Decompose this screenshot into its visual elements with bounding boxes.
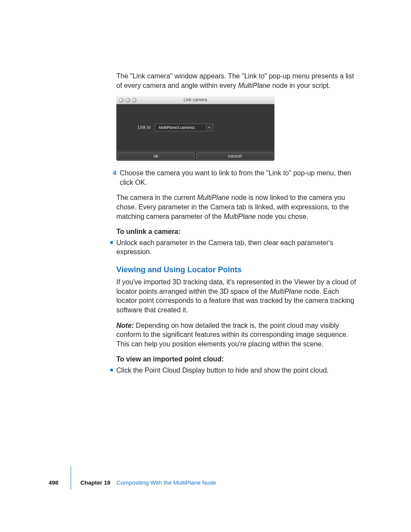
unlink-bullet-text: Unlock each parameter in the Camera tab,…	[116, 238, 358, 257]
page-number: 498	[49, 479, 71, 486]
note-paragraph: Note: Depending on how detailed the trac…	[116, 321, 358, 349]
link-camera-window: Link camera Link to MultiPlane3.camera1 …	[116, 96, 274, 161]
linkto-label: Link to	[138, 124, 150, 131]
step-text: Choose the camera you want to link to fr…	[120, 168, 358, 187]
page: The "Link camera" window appears. The "L…	[0, 0, 411, 532]
unlink-bullet: Unlock each parameter in the Camera tab,…	[116, 238, 358, 257]
step-4: 4 Choose the camera you want to link to …	[116, 168, 358, 187]
bullet-icon	[110, 369, 113, 371]
window-title: Link camera	[116, 97, 274, 103]
after-em2: MultiPlane	[224, 213, 256, 220]
view-pointcloud-bullet: Click the Point Cloud Display button to …	[116, 366, 358, 375]
footer-divider	[71, 467, 71, 490]
window-titlebar: Link camera	[116, 96, 274, 104]
page-footer: 498 Chapter 18 Compositing With the Mult…	[49, 475, 216, 490]
step-number: 4	[108, 168, 120, 187]
bullet-icon	[110, 241, 113, 244]
intro-paragraph: The "Link camera" window appears. The "L…	[116, 72, 358, 90]
cancel-button[interactable]: cancel	[196, 152, 274, 160]
note-label: Note:	[116, 322, 134, 329]
after-step-paragraph: The camera in the current MultiPlane nod…	[116, 193, 358, 221]
after-em1: MultiPlane	[197, 194, 230, 201]
chapter-label: Chapter 18	[81, 479, 117, 486]
content-column: The "Link camera" window appears. The "L…	[116, 72, 358, 380]
view-pointcloud-text: Click the Point Cloud Display button to …	[116, 366, 358, 375]
ok-button[interactable]: ok	[117, 152, 195, 160]
view-pointcloud-heading: To view an imported point cloud:	[116, 355, 358, 364]
dropdown-arrow-icon[interactable]: ▸	[206, 124, 212, 131]
after-c: node you chose.	[256, 213, 308, 220]
linkto-popup[interactable]: MultiPlane3.camera1 ▸	[155, 124, 213, 131]
locator-section-heading: Viewing and Using Locator Points	[116, 264, 358, 275]
intro-text-2: node in your script.	[271, 82, 331, 89]
locator-paragraph: If you've imported 3D tracking data, it'…	[116, 277, 358, 314]
linkto-popup-value: MultiPlane3.camera1	[155, 125, 206, 130]
chapter-title: Compositing With the MultiPlane Node	[116, 479, 216, 486]
locator-em: MultiPlane	[270, 288, 302, 295]
after-a: The camera in the current	[116, 194, 197, 201]
intro-em: MultiPlane	[238, 82, 271, 89]
window-buttons: ok cancel	[116, 151, 274, 161]
window-body: Link to MultiPlane3.camera1 ▸	[116, 104, 274, 151]
unlink-heading: To unlink a camera:	[116, 227, 358, 236]
note-body: Depending on how detailed the track is, …	[116, 322, 348, 348]
